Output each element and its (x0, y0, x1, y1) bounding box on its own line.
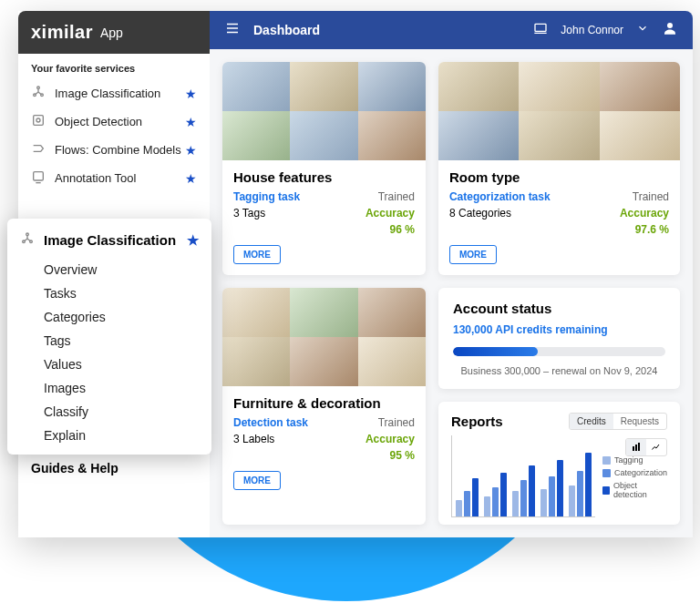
menu-icon[interactable] (224, 20, 241, 40)
tab-requests[interactable]: Requests (613, 414, 666, 429)
sidebar-item-annotation[interactable]: Annotation Tool ★ (18, 164, 210, 192)
popout-title: Image Classification (44, 232, 176, 248)
svg-point-10 (667, 23, 673, 28)
sidebar-item-label: Annotation Tool (55, 171, 136, 185)
page-title: Dashboard (253, 23, 320, 37)
svg-point-0 (37, 87, 40, 89)
star-icon[interactable]: ★ (185, 143, 197, 158)
sidebar-item-label: Object Detection (55, 115, 142, 128)
popout-item-tags[interactable]: Tags (7, 329, 211, 353)
task-card-house-features: House features Tagging task Trained 3 Ta… (222, 62, 426, 275)
popout-item-tasks[interactable]: Tasks (7, 281, 211, 305)
svg-point-6 (26, 233, 29, 236)
more-button[interactable]: MORE (449, 245, 497, 264)
classification-icon (31, 85, 47, 102)
detection-icon (31, 113, 47, 130)
task-status: Trained (633, 190, 669, 203)
task-status: Trained (378, 190, 415, 203)
legend-object-detection: Object detection (613, 481, 667, 499)
task-card-furniture: Furniture & decoration Detection task Tr… (222, 288, 426, 525)
category-count: 8 Categories (449, 207, 511, 220)
flows-icon (31, 141, 47, 158)
brand-bar: ximilar App (18, 11, 210, 54)
star-icon[interactable]: ★ (185, 87, 197, 101)
popout-header[interactable]: Image Classification ★ (7, 228, 211, 258)
task-status: Trained (378, 416, 415, 429)
star-icon[interactable]: ★ (187, 232, 199, 249)
brand-logo: ximilar (31, 22, 93, 43)
chart-view-toggle (625, 438, 667, 456)
svg-rect-9 (535, 24, 546, 31)
sidebar-popout: Image Classification ★ Overview Tasks Ca… (7, 219, 211, 455)
popout-item-classify[interactable]: Classify (7, 400, 211, 424)
annotation-icon (31, 169, 47, 187)
legend-tagging: Tagging (614, 455, 643, 465)
classification-icon (20, 231, 36, 249)
svg-rect-11 (633, 446, 634, 451)
popout-item-overview[interactable]: Overview (7, 258, 211, 281)
accuracy-value: 96 % (390, 223, 415, 236)
device-icon[interactable] (533, 21, 548, 39)
svg-rect-3 (34, 116, 44, 126)
tab-credits[interactable]: Credits (570, 414, 613, 429)
reports-bar-chart (451, 435, 595, 517)
account-title: Account status (453, 301, 665, 316)
brand-suffix: App (100, 26, 123, 40)
popout-item-images[interactable]: Images (7, 376, 211, 400)
svg-point-4 (36, 118, 40, 122)
thumbnail-grid (222, 288, 426, 386)
card-title: Furniture & decoration (233, 395, 415, 411)
topbar: Dashboard John Connor (210, 11, 693, 49)
card-title: Room type (449, 169, 669, 185)
favorites-header: Your favorite services (18, 54, 210, 79)
sidebar-item-object-detection[interactable]: Object Detection ★ (18, 107, 210, 136)
legend-categorization: Categorization (614, 468, 667, 477)
accuracy-value: 97.6 % (635, 223, 669, 236)
task-card-room-type: Room type Categorization task Trained 8 … (438, 62, 680, 275)
accuracy-value: 95 % (390, 449, 415, 462)
credits-remaining: 130,000 API credits remaining (453, 323, 665, 336)
reports-card: Reports Credits Requests (438, 402, 680, 525)
star-icon[interactable]: ★ (185, 115, 197, 129)
accuracy-label: Accuracy (365, 207, 415, 220)
credits-progress-bar (453, 347, 665, 356)
task-type-link[interactable]: Tagging task (233, 190, 300, 203)
sidebar-item-label: Flows: Combine Models (55, 143, 181, 157)
more-button[interactable]: MORE (233, 471, 281, 490)
user-avatar-icon[interactable] (662, 20, 678, 40)
task-type-link[interactable]: Categorization task (449, 190, 551, 203)
popout-item-explain[interactable]: Explain (7, 424, 211, 447)
bar-view-icon[interactable] (626, 439, 646, 455)
task-type-link[interactable]: Detection task (233, 416, 308, 429)
sidebar-item-image-classification[interactable]: Image Classification ★ (18, 79, 210, 107)
chevron-down-icon[interactable] (636, 22, 649, 38)
sidebar: ximilar App Your favorite services Image… (18, 11, 210, 537)
svg-rect-13 (638, 443, 640, 451)
svg-rect-12 (635, 445, 637, 451)
popout-item-categories[interactable]: Categories (7, 305, 211, 329)
svg-rect-5 (34, 172, 44, 180)
tag-count: 3 Tags (233, 207, 265, 220)
more-button[interactable]: MORE (233, 245, 281, 264)
thumbnail-grid (438, 62, 680, 160)
popout-item-values[interactable]: Values (7, 353, 211, 376)
line-view-icon[interactable] (646, 439, 666, 455)
thumbnail-grid (222, 62, 426, 160)
user-name[interactable]: John Connor (561, 24, 623, 36)
sidebar-item-label: Image Classification (55, 87, 160, 100)
accuracy-label: Accuracy (365, 433, 415, 445)
card-title: House features (233, 169, 415, 185)
sidebar-item-flows[interactable]: Flows: Combine Models ★ (18, 136, 210, 164)
reports-tabs: Credits Requests (569, 413, 667, 430)
main-area: Dashboard John Connor House featur (210, 11, 693, 537)
label-count: 3 Labels (233, 433, 274, 445)
star-icon[interactable]: ★ (185, 171, 197, 186)
renewal-text: Business 300,000 – renewal on Nov 9, 202… (453, 365, 665, 376)
accuracy-label: Accuracy (620, 207, 669, 220)
reports-title: Reports (451, 414, 503, 429)
account-status-card: Account status 130,000 API credits remai… (438, 288, 680, 389)
